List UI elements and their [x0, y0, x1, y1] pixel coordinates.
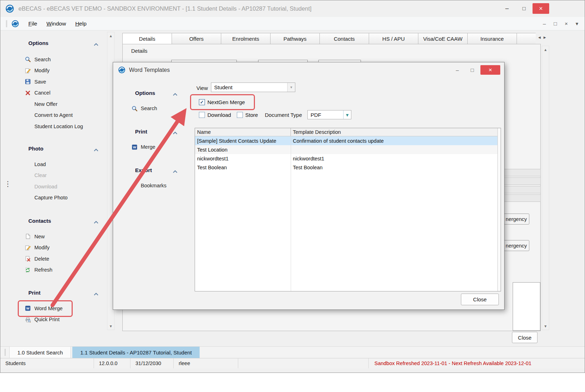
word-icon: W [131, 144, 138, 150]
column-header-name[interactable]: Name [195, 128, 291, 136]
application-window: eBECAS - eBECAS VET DEMO - SANDBOX ENVIR… [0, 0, 585, 392]
tab-right-icon[interactable]: ▸ [544, 34, 546, 40]
column-header-description[interactable]: Template Description [291, 128, 497, 136]
sidebar-item-search[interactable]: Search [5, 54, 107, 65]
tab-enrolments[interactable]: Enrolments [221, 33, 271, 44]
sidebar-item-modify[interactable]: Modify [5, 65, 107, 76]
statusbar-sandbox-message: Sandbox Refreshed 2023-11-01 - Next Refr… [369, 358, 585, 368]
sidebar-item-word-merge[interactable]: W Word Merge [5, 303, 107, 314]
modify-icon [24, 67, 31, 74]
download-store-row: Download Store [199, 110, 258, 120]
sidebar-item-save[interactable]: Save [5, 76, 107, 87]
scroll-up-icon[interactable]: ▴ [544, 46, 546, 53]
emergency-button-partial[interactable]: nergency [504, 214, 529, 225]
menu-file[interactable]: File [28, 21, 37, 27]
document-type-dropdown[interactable]: PDF ▾ [307, 110, 351, 119]
scroll-up-icon[interactable]: ▴ [110, 32, 112, 39]
icon-spacer [131, 182, 138, 189]
table-scrollbar[interactable] [497, 128, 501, 291]
chevron-down-icon[interactable]: ▾ [287, 83, 295, 92]
sidebar-item-contact-modify[interactable]: Modify [5, 242, 107, 254]
sidebar-section-print: Print W Word Merge Quick Print [5, 285, 107, 325]
dialog-item-search[interactable]: Search [113, 103, 157, 113]
sidebar-header-print[interactable]: Print [5, 285, 107, 300]
view-dropdown[interactable]: Student ▾ [211, 83, 295, 92]
sidebar-item-student-location-log[interactable]: Student Location Log [5, 121, 107, 132]
statusbar-module: Students [0, 358, 94, 368]
store-checkbox[interactable] [237, 112, 243, 118]
emergency-button-partial[interactable]: nergency [504, 240, 529, 251]
chevron-up-icon[interactable] [94, 291, 99, 294]
close-icon[interactable]: × [533, 3, 549, 14]
dialog-close-button[interactable]: Close [461, 294, 499, 305]
sidebar-item-contact-delete[interactable]: Delete [5, 253, 107, 265]
sidebar-item-cancel[interactable]: Cancel [5, 87, 107, 99]
icon-spacer [24, 172, 31, 178]
sidebar-header-options[interactable]: Options [5, 35, 107, 50]
minimize-icon[interactable]: – [499, 0, 515, 17]
icon-spacer [24, 161, 31, 167]
download-checkbox[interactable] [199, 112, 205, 118]
chevron-down-icon[interactable]: ▾ [343, 110, 351, 119]
chevron-up-icon[interactable] [94, 219, 99, 222]
tab-left-icon[interactable]: ◂ [538, 34, 541, 40]
chevron-up-icon[interactable] [173, 168, 178, 172]
menu-window[interactable]: Window [46, 21, 66, 27]
mdi-close-icon[interactable]: × [565, 21, 568, 27]
dialog-titlebar[interactable]: Word Templates [113, 62, 504, 78]
chevron-up-icon[interactable] [94, 147, 99, 150]
tab-details[interactable]: Details [122, 33, 172, 44]
dialog-minimize-icon[interactable]: – [453, 65, 462, 74]
tab-visa-coe-caaw[interactable]: Visa/CoE CAAW [418, 33, 468, 44]
sidebar-item-quick-print[interactable]: Quick Print [5, 314, 107, 325]
tab-hs-apu[interactable]: HS / APU [369, 33, 418, 44]
dialog-section-options[interactable]: Options [113, 88, 189, 98]
maximize-icon[interactable]: □ [516, 0, 532, 17]
tab-pathways[interactable]: Pathways [270, 33, 320, 44]
scroll-down-icon[interactable]: ▾ [544, 323, 546, 330]
screen-tab-student-details[interactable]: 1.1 Student Details - AP10287 Tutorial, … [72, 347, 199, 358]
menu-help[interactable]: Help [75, 21, 87, 27]
dialog-section-export[interactable]: Export [113, 165, 189, 175]
sidebar-item-contact-new[interactable]: New [5, 231, 107, 242]
tab-insurance[interactable]: Insurance [467, 33, 517, 44]
dialog-close-icon[interactable]: × [480, 65, 500, 75]
sidebar-header-photo[interactable]: Photo [5, 141, 107, 156]
scroll-down-icon[interactable]: ▾ [110, 323, 112, 330]
section-title: Photo [28, 146, 44, 152]
section-title: Options [135, 90, 155, 96]
table-row[interactable]: Test Boolean Test Boolean [195, 163, 497, 172]
chevron-up-icon[interactable] [94, 41, 99, 45]
sidebar-item-capture-photo[interactable]: Capture Photo [5, 192, 107, 204]
tab-ve[interactable]: VE [517, 33, 536, 44]
table-row[interactable]: Test Location [195, 145, 497, 154]
dialog-item-merge[interactable]: W Merge [113, 142, 155, 152]
main-close-button[interactable]: Close [512, 332, 537, 343]
dialog-section-print[interactable]: Print [113, 126, 189, 136]
tab-offers[interactable]: Offers [172, 33, 221, 44]
app-logo-icon [5, 4, 14, 13]
dialog-item-bookmarks[interactable]: Bookmarks [113, 181, 167, 191]
mdi-restore-icon[interactable]: □ [554, 21, 557, 27]
item-label: Convert to Agent [34, 112, 73, 118]
splitter-grip-icon[interactable]: ⋮ [4, 181, 11, 186]
chevron-up-icon[interactable] [173, 130, 178, 133]
sidebar-item-new-offer[interactable]: New Offer [5, 98, 107, 110]
sidebar-item-contact-refresh[interactable]: Refresh [5, 265, 107, 276]
content-scrollbar[interactable]: ▴ ▾ [542, 46, 549, 330]
item-label: New [34, 234, 45, 239]
chevron-up-icon[interactable] [173, 91, 178, 95]
dialog-maximize-icon[interactable]: □ [468, 65, 477, 74]
tab-contacts[interactable]: Contacts [319, 33, 369, 44]
sidebar-header-contacts[interactable]: Contacts [5, 213, 107, 228]
table-row[interactable]: nickwordtest1 nickwordtest1 [195, 154, 497, 163]
nextgen-merge-checkbox[interactable]: ✓ [199, 99, 205, 105]
table-row[interactable]: [Sample] Student Contacts Update Confirm… [195, 136, 497, 145]
mdi-collapse-icon[interactable]: ▾ [575, 21, 578, 27]
sidebar-item-load[interactable]: Load [5, 159, 107, 170]
sidebar-item-convert-to-agent[interactable]: Convert to Agent [5, 110, 107, 121]
mdi-minimize-icon[interactable]: – [543, 21, 546, 27]
partial-notes-box[interactable] [513, 282, 540, 331]
screen-tab-student-search[interactable]: 1.0 Student Search [9, 347, 71, 358]
partial-row-bar [503, 169, 541, 176]
